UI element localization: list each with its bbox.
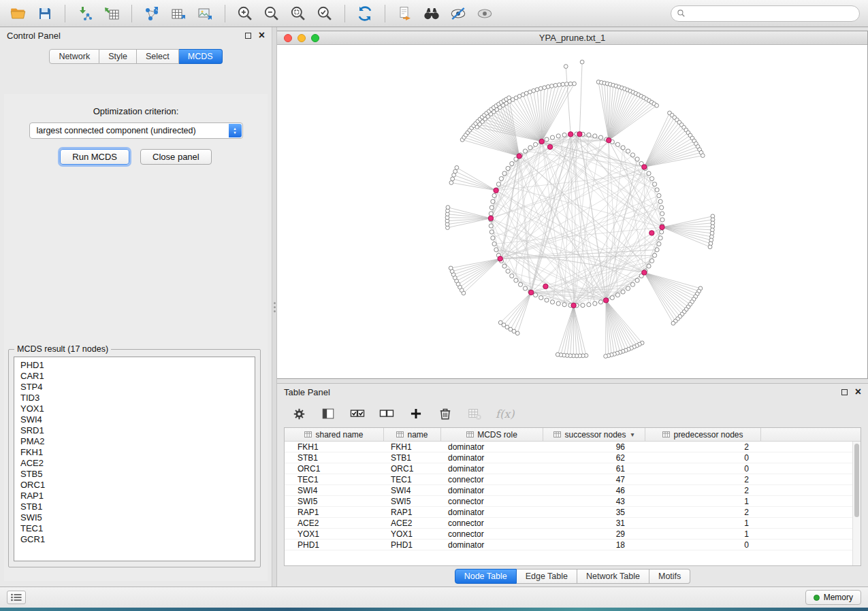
mcds-result-item[interactable]: PMA2 xyxy=(20,436,255,447)
hide-selected-button[interactable] xyxy=(448,3,468,24)
table-row[interactable]: TEC1TEC1connector472 xyxy=(285,474,852,485)
export-table-button[interactable] xyxy=(168,3,189,24)
delete-column-button[interactable] xyxy=(437,406,453,422)
table-row[interactable]: STB1STB1dominator620 xyxy=(285,452,852,463)
table-tab-edge-table[interactable]: Edge Table xyxy=(517,569,577,584)
mcds-result-item[interactable]: STP4 xyxy=(20,382,255,393)
mcds-result-item[interactable]: ACE2 xyxy=(20,458,255,469)
mcds-result-item[interactable]: TID3 xyxy=(20,393,255,403)
deselect-all-button[interactable] xyxy=(379,406,395,422)
mcds-result-item[interactable]: CAR1 xyxy=(20,371,255,382)
column-header-predecessor-nodes[interactable]: predecessor nodes xyxy=(645,428,761,441)
column-header-shared-name[interactable]: shared name xyxy=(285,428,384,441)
table-tab-node-table[interactable]: Node Table xyxy=(455,569,517,584)
float-table-panel-icon[interactable] xyxy=(841,389,848,395)
mcds-result-item[interactable]: FKH1 xyxy=(20,447,255,458)
column-header-successor-nodes[interactable]: successor nodes▾ xyxy=(543,428,645,441)
show-columns-button[interactable] xyxy=(320,406,336,422)
zoom-in-button[interactable] xyxy=(235,3,255,24)
table-header-row: shared namenameMCDS rolesuccessor nodes▾… xyxy=(285,428,861,442)
mcds-result-item[interactable]: TEC1 xyxy=(20,523,255,534)
show-all-button[interactable] xyxy=(475,3,495,24)
table-scrollbar[interactable] xyxy=(852,442,861,565)
close-table-panel-icon[interactable]: × xyxy=(855,389,861,395)
import-table-disabled-button xyxy=(466,406,483,422)
table-tab-motifs[interactable]: Motifs xyxy=(649,569,690,584)
share-document-button[interactable] xyxy=(395,3,415,24)
mcds-result-list[interactable]: PHD1CAR1STP4TID3YOX1SWI4SRD1PMA2FKH1ACE2… xyxy=(14,357,255,561)
table-options-button[interactable] xyxy=(291,406,307,422)
memory-button[interactable]: Memory xyxy=(805,590,861,605)
table-row[interactable]: RAP1RAP1dominator352 xyxy=(285,507,852,518)
zoom-fit-icon xyxy=(289,5,307,22)
column-grid-icon xyxy=(553,431,561,437)
select-all-button[interactable] xyxy=(349,406,366,422)
save-session-button[interactable] xyxy=(35,3,55,24)
search-box[interactable] xyxy=(671,5,860,22)
table-cell: dominator xyxy=(441,508,543,517)
table-cell: 46 xyxy=(543,486,645,495)
add-column-button[interactable] xyxy=(408,406,424,422)
run-mcds-button[interactable]: Run MCDS xyxy=(60,149,129,165)
tab-mcds[interactable]: MCDS xyxy=(179,49,223,64)
table-cell: SWI5 xyxy=(285,497,384,506)
table-row[interactable]: YOX1YOX1connector291 xyxy=(285,529,852,540)
scrollbar-thumb[interactable] xyxy=(854,444,859,517)
table-cell: dominator xyxy=(441,540,543,550)
export-network-button[interactable] xyxy=(142,3,162,24)
table-cell: TEC1 xyxy=(285,475,384,484)
mcds-result-item[interactable]: STB5 xyxy=(20,469,255,480)
tab-network[interactable]: Network xyxy=(49,49,99,64)
table-row[interactable]: SWI4SWI4dominator462 xyxy=(285,485,852,496)
table-cell: YOX1 xyxy=(384,529,441,539)
zoom-selected-icon xyxy=(316,5,334,22)
import-network-button[interactable] xyxy=(75,3,95,24)
mcds-result-item[interactable]: YOX1 xyxy=(20,403,255,414)
close-panel-button[interactable]: Close panel xyxy=(140,149,212,165)
zoom-selected-button[interactable] xyxy=(315,3,335,24)
import-table-button[interactable] xyxy=(101,3,122,24)
table-cell: FKH1 xyxy=(285,442,384,452)
columns-icon xyxy=(321,406,336,421)
open-file-button[interactable] xyxy=(8,3,29,24)
search-input[interactable] xyxy=(689,9,854,18)
mcds-result-item[interactable]: RAP1 xyxy=(20,491,255,501)
table-row[interactable]: ORC1ORC1dominator610 xyxy=(285,463,852,474)
find-button[interactable] xyxy=(421,3,442,24)
mcds-result-item[interactable]: STB1 xyxy=(20,501,255,512)
close-panel-icon[interactable]: × xyxy=(259,32,265,39)
table-toolbar: f(x) xyxy=(277,400,868,427)
panel-divider[interactable] xyxy=(272,27,277,587)
tab-style[interactable]: Style xyxy=(99,49,137,64)
zoom-fit-button[interactable] xyxy=(288,3,308,24)
network-canvas[interactable] xyxy=(277,45,867,378)
refresh-button[interactable] xyxy=(355,3,375,24)
optimization-select[interactable]: largest connected component (undirected)… xyxy=(29,122,243,139)
mcds-result-item[interactable]: SWI4 xyxy=(20,414,255,425)
table-cell: connector xyxy=(441,497,543,506)
mcds-result-item[interactable]: PHD1 xyxy=(20,360,255,371)
column-header-MCDS-role[interactable]: MCDS role xyxy=(441,428,543,441)
table-row[interactable]: ACE2ACE2connector311 xyxy=(285,518,852,529)
table-panel-title: Table Panel xyxy=(284,387,330,397)
table-cell: ORC1 xyxy=(384,464,441,474)
zoom-out-button[interactable] xyxy=(261,3,282,24)
table-cell: 0 xyxy=(645,540,761,550)
network-title: YPA_prune.txt_1 xyxy=(277,33,867,43)
column-header-name[interactable]: name xyxy=(384,428,441,441)
mcds-result-item[interactable]: SWI5 xyxy=(20,512,255,523)
zoom-in-icon xyxy=(236,5,254,22)
table-row[interactable]: SWI5SWI5connector431 xyxy=(285,496,852,507)
mcds-result-item[interactable]: SRD1 xyxy=(20,425,255,436)
status-bar: Memory xyxy=(0,587,868,608)
mcds-result-item[interactable]: ORC1 xyxy=(20,480,255,491)
export-image-button[interactable] xyxy=(195,3,215,24)
status-menu-button[interactable] xyxy=(7,591,26,604)
table-tab-network-table[interactable]: Network Table xyxy=(577,569,649,584)
float-panel-icon[interactable] xyxy=(245,33,251,39)
table-row[interactable]: PHD1PHD1dominator180 xyxy=(285,540,852,550)
table-cell: 61 xyxy=(543,464,645,474)
mcds-result-item[interactable]: GCR1 xyxy=(20,534,255,545)
tab-select[interactable]: Select xyxy=(137,49,179,64)
table-row[interactable]: FKH1FKH1dominator962 xyxy=(285,442,852,452)
